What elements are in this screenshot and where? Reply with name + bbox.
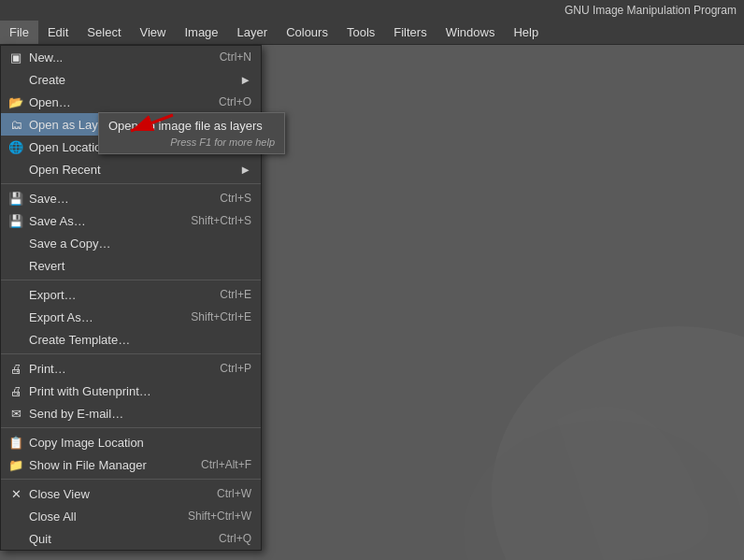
menu-item-send-email[interactable]: ✉ Send by E-mail… <box>1 402 261 424</box>
menu-bar: File Edit Select View Image Layer Colour… <box>0 21 744 45</box>
menu-edit[interactable]: Edit <box>38 21 78 44</box>
copy-location-icon: 📋 <box>7 436 25 450</box>
separator-1 <box>1 183 261 184</box>
print-icon: 🖨 <box>7 362 25 376</box>
save-icon: 💾 <box>7 192 25 206</box>
menu-select-label: Select <box>87 25 121 39</box>
menu-item-print[interactable]: 🖨 Print… Ctrl+P <box>1 357 261 380</box>
print-guten-icon: 🖨 <box>7 384 25 398</box>
menu-item-export[interactable]: Export… Ctrl+E <box>1 283 261 306</box>
tooltip-open-as-layers: Open an image file as layers Press F1 fo… <box>98 112 285 154</box>
menu-colours[interactable]: Colours <box>277 21 337 44</box>
new-icon: ▣ <box>7 50 25 65</box>
menu-item-print-guten[interactable]: 🖨 Print with Gutenprint… <box>1 380 261 402</box>
menu-file-label: File <box>9 25 29 39</box>
menu-tools-label: Tools <box>347 25 375 39</box>
menu-edit-label: Edit <box>48 25 68 39</box>
menu-select[interactable]: Select <box>78 21 130 44</box>
menu-file[interactable]: File <box>0 21 38 44</box>
send-email-icon: ✉ <box>7 407 25 421</box>
open-as-layers-icon: 🗂 <box>7 118 25 132</box>
menu-item-copy-location[interactable]: 📋 Copy Image Location <box>1 431 261 453</box>
menu-item-close-all[interactable]: Close All Shift+Ctrl+W <box>1 505 261 527</box>
separator-2 <box>1 280 261 280</box>
menu-item-create[interactable]: Create ► <box>1 68 261 91</box>
menu-filters[interactable]: Filters <box>384 21 436 44</box>
menu-colours-label: Colours <box>286 25 328 39</box>
menu-item-open-recent[interactable]: Open Recent ► <box>1 158 261 180</box>
save-as-icon: 💾 <box>7 214 25 228</box>
show-manager-icon: 📁 <box>7 458 25 472</box>
title-text: GNU Image Manipulation Program <box>565 4 737 17</box>
menu-item-revert[interactable]: Revert <box>1 254 261 277</box>
menu-help[interactable]: Help <box>504 21 548 44</box>
menu-layer-label: Layer <box>237 25 268 39</box>
separator-5 <box>1 479 261 480</box>
menu-item-close-view[interactable]: ✕ Close View Ctrl+W <box>1 482 261 505</box>
close-view-icon: ✕ <box>7 487 25 501</box>
menu-item-open[interactable]: 📂 Open… Ctrl+O <box>1 91 261 113</box>
menu-item-new[interactable]: ▣ New... Ctrl+N <box>1 46 261 68</box>
menu-item-quit[interactable]: Quit Ctrl+Q <box>1 527 261 550</box>
menu-filters-label: Filters <box>393 25 426 39</box>
menu-image-label: Image <box>184 25 218 39</box>
menu-item-save[interactable]: 💾 Save… Ctrl+S <box>1 187 261 209</box>
tooltip-hint-text: Press F1 for more help <box>108 136 275 148</box>
menu-windows[interactable]: Windows <box>436 21 505 44</box>
menu-view-label: View <box>140 25 166 39</box>
separator-4 <box>1 427 261 428</box>
menu-layer[interactable]: Layer <box>228 21 278 44</box>
menu-item-show-manager[interactable]: 📁 Show in File Manager Ctrl+Alt+F <box>1 453 261 476</box>
menu-help-label: Help <box>513 25 538 39</box>
open-location-icon: 🌐 <box>7 140 25 154</box>
menu-item-export-as[interactable]: Export As… Shift+Ctrl+E <box>1 306 261 328</box>
separator-3 <box>1 353 261 354</box>
menu-item-save-copy[interactable]: Save a Copy… <box>1 232 261 254</box>
menu-image[interactable]: Image <box>175 21 227 44</box>
tooltip-main-text: Open an image file as layers <box>108 119 275 133</box>
menu-item-create-template[interactable]: Create Template… <box>1 328 261 351</box>
menu-item-save-as[interactable]: 💾 Save As… Shift+Ctrl+S <box>1 209 261 232</box>
menu-windows-label: Windows <box>446 25 495 39</box>
title-bar: GNU Image Manipulation Program <box>0 0 744 21</box>
menu-tools[interactable]: Tools <box>337 21 384 44</box>
open-icon: 📂 <box>7 95 25 109</box>
menu-view[interactable]: View <box>131 21 176 44</box>
background-decoration <box>417 233 744 560</box>
